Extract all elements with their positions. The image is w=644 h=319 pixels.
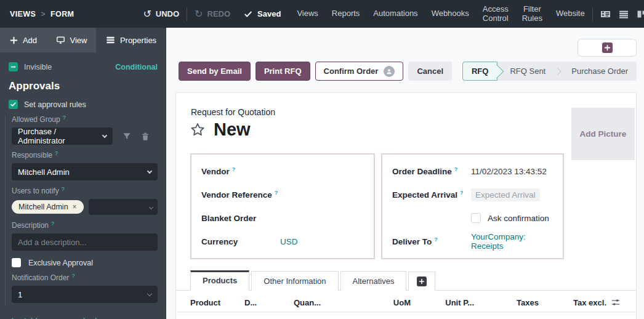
id-card-view-icon[interactable] — [600, 9, 611, 19]
add-tab-button[interactable] — [408, 272, 435, 291]
cancel-button[interactable]: Cancel — [408, 62, 452, 81]
studio-sidebar: Add View Properties Invisible Conditiona… — [0, 28, 166, 319]
notification-order-select[interactable]: 1 — [12, 286, 158, 303]
filter-icon[interactable] — [123, 132, 131, 140]
list-view-icon[interactable] — [619, 9, 629, 19]
set-approval-rules-checkbox[interactable] — [9, 100, 18, 109]
send-by-email-button[interactable]: Send by Email — [179, 62, 251, 81]
vendor-label: Vendor? — [201, 167, 280, 176]
add-statusbar-stage-button[interactable] — [578, 39, 637, 57]
tab-view[interactable]: View — [47, 28, 96, 52]
allowed-group-select[interactable]: Purchase / Administrator — [12, 127, 113, 145]
confirm-order-button[interactable]: Confirm Order — [315, 62, 404, 81]
allowed-group-label: Allowed Group? — [12, 115, 158, 124]
menu-website[interactable]: Website — [556, 9, 585, 18]
print-rfq-button[interactable]: Print RFQ — [256, 62, 310, 81]
approver-avatar-icon — [384, 66, 395, 77]
plus-square-icon — [602, 42, 613, 53]
set-approval-rules-row: Set approval rules — [9, 100, 158, 109]
optional-columns-icon[interactable] — [611, 298, 621, 307]
help-marker: ? — [62, 186, 65, 192]
right-field-group[interactable]: Order Deadline? 11/02/2023 13:43:52 Expe… — [381, 153, 564, 259]
undo-redo-group: ↺ UNDO ↻ REDO Saved — [143, 7, 281, 21]
column-unit-price[interactable]: Unit P... — [411, 298, 474, 307]
notification-order-label: Notification Order? — [12, 273, 158, 282]
column-product[interactable]: Product — [190, 298, 244, 307]
trash-icon[interactable] — [141, 132, 150, 141]
chevron-down-icon — [147, 291, 152, 296]
stage-rfq-sent[interactable]: RFQ Sent — [497, 62, 554, 81]
redo-button[interactable]: ↻ REDO — [195, 9, 230, 19]
studio-topbar: VIEWS > FORM ↺ UNDO ↻ REDO Saved Views R… — [0, 0, 644, 28]
conditional-link[interactable]: Conditional — [115, 63, 158, 71]
undo-icon: ↺ — [143, 9, 151, 19]
responsible-label: Responsible? — [12, 151, 158, 160]
invisible-property-row: Invisible Conditional — [9, 62, 158, 71]
invisible-checkbox[interactable] — [9, 62, 18, 71]
responsible-select[interactable]: Mitchell Admin — [12, 163, 158, 180]
left-field-group[interactable]: Vendor? Vendor Reference? Blanket Order — [190, 153, 375, 259]
redo-icon: ↻ — [195, 9, 203, 19]
add-approval-rule-link[interactable]: Add an approval rule — [9, 317, 158, 319]
menu-reports[interactable]: Reports — [332, 9, 360, 18]
kanban-view-icon[interactable] — [637, 9, 644, 19]
column-quantity[interactable]: Quan... — [294, 298, 352, 307]
breadcrumb-form[interactable]: FORM — [50, 10, 74, 18]
order-deadline-label: Order Deadline? — [392, 167, 471, 176]
expected-arrival-input[interactable]: Expected Arrival — [471, 188, 540, 201]
menu-access-control[interactable]: Access Control — [483, 5, 509, 23]
menu-automations[interactable]: Automations — [373, 9, 417, 18]
currency-value-link[interactable]: USD — [280, 237, 298, 246]
check-icon — [244, 10, 252, 18]
help-marker: ? — [51, 220, 54, 227]
ask-confirmation-label: Ask confirmation — [488, 214, 549, 223]
menu-views[interactable]: Views — [297, 9, 318, 18]
divider — [187, 7, 187, 21]
ask-confirmation-checkbox[interactable] — [471, 213, 481, 223]
description-input[interactable] — [12, 233, 158, 251]
menu-webhooks[interactable]: Webhooks — [432, 9, 469, 18]
expected-arrival-label: Expected Arrival? — [392, 190, 471, 200]
user-tag[interactable]: Mitchell Admin × — [12, 200, 84, 214]
exclusive-approval-checkbox[interactable] — [12, 258, 21, 267]
help-marker: ? — [434, 236, 438, 246]
tab-other-information[interactable]: Other Information — [251, 271, 338, 291]
blanket-order-label: Blanket Order — [201, 214, 280, 223]
favorite-star-icon[interactable] — [190, 122, 206, 138]
column-description[interactable]: D... — [244, 298, 294, 307]
help-marker: ? — [275, 190, 278, 199]
column-taxes[interactable]: Taxes — [474, 298, 539, 307]
invisible-label: Invisible — [24, 63, 52, 71]
currency-label: Currency — [201, 237, 280, 246]
menu-filter-rules[interactable]: Filter Rules — [522, 5, 542, 23]
deliver-to-value-link[interactable]: YourCompany: Receipts — [471, 232, 553, 251]
column-tax-excl[interactable]: Tax excl. — [539, 298, 606, 307]
chevron-down-icon — [102, 132, 107, 137]
indeterminate-icon — [10, 63, 17, 70]
approval-rule-group: Allowed Group? Purchase / Administrator … — [5, 115, 166, 305]
stage-rfq[interactable]: RFQ — [462, 62, 497, 81]
tab-alternatives[interactable]: Alternatives — [340, 271, 407, 291]
add-picture-placeholder[interactable]: Add Picture — [571, 108, 635, 160]
order-deadline-value[interactable]: 11/02/2023 13:43:52 — [471, 167, 547, 176]
undo-button[interactable]: ↺ UNDO — [143, 9, 179, 19]
order-lines-header: Product D... Quan... UoM Unit P... Taxes… — [190, 295, 631, 310]
help-marker: ? — [63, 115, 66, 121]
help-marker: ? — [232, 166, 236, 176]
users-to-notify-input[interactable] — [89, 199, 158, 215]
monitor-icon — [56, 36, 65, 44]
vendor-reference-label: Vendor Reference? — [201, 190, 280, 200]
tab-properties[interactable]: Properties — [96, 28, 166, 52]
tab-products[interactable]: Products — [190, 270, 249, 291]
stage-purchase-order[interactable]: Purchase Order — [563, 62, 637, 81]
tab-add[interactable]: Add — [0, 28, 47, 52]
help-marker: ? — [460, 190, 464, 199]
approvals-section-title: Approvals — [9, 80, 158, 92]
remove-tag-icon[interactable]: × — [73, 203, 77, 211]
sidebar-tabs: Add View Properties — [0, 28, 166, 52]
breadcrumb-views[interactable]: VIEWS — [10, 10, 36, 18]
column-uom[interactable]: UoM — [352, 298, 411, 307]
plus-icon — [10, 36, 18, 44]
record-title[interactable]: New — [214, 119, 251, 140]
deliver-to-label: Deliver To? — [392, 237, 471, 246]
